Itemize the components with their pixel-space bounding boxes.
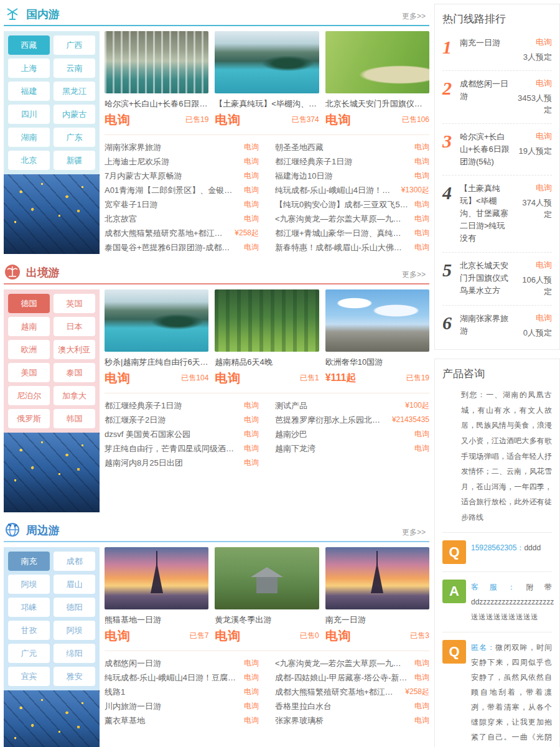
tour-link[interactable]: 上海迪士尼欢乐游 <box>105 154 238 169</box>
city-tab[interactable]: 雅安 <box>54 667 95 686</box>
tour-link-row[interactable]: 湖南张家界旅游电询 <box>105 140 259 154</box>
city-tab[interactable]: 邛崃 <box>8 598 50 617</box>
city-tab[interactable]: 广元 <box>8 644 50 663</box>
product-card[interactable]: 秒杀|越南芽庄纯自由行6天5晚，... 电询已售104 <box>105 289 208 387</box>
region-tab-active[interactable]: 西藏 <box>8 35 50 55</box>
tour-link[interactable]: 福建海边10日游 <box>275 169 408 183</box>
rank-route-title[interactable]: 成都悠闲一日游 <box>460 78 515 116</box>
tour-link[interactable]: 都江堰经典亲子1日游 <box>105 398 238 413</box>
consult-question[interactable]: Q 匿名：微闭双眸，时间安静下来，四周似乎也安静了，虽然风依然自顾自地刮着，带着… <box>442 632 552 747</box>
tour-link[interactable]: 成都大熊猫繁殖研究基地+都江堰纯玩1日游√三... <box>275 685 399 699</box>
tour-link-row[interactable]: 芽庄纯自由行，芒青四星或同级酒店，往返直飞...电询 <box>105 441 259 456</box>
tour-link[interactable]: <九寨沟黄龙—若尔盖大草原—九曲花湖>尊享... <box>275 212 408 226</box>
rank-item[interactable]: 2 成都悠闲一日游 电询3453人预定 <box>442 71 552 124</box>
tour-link-row[interactable]: 芭提雅罗摩衍那水上乐园北京故宫¥21435435 <box>275 413 429 427</box>
region-tab[interactable]: 云南 <box>54 59 95 78</box>
promo-photo[interactable] <box>4 690 100 747</box>
country-tab[interactable]: 加拿大 <box>54 386 95 405</box>
tour-link[interactable]: 成都悠闲一日游 <box>105 656 238 670</box>
region-tab[interactable]: 广西 <box>54 35 95 55</box>
tour-link-row[interactable]: 上海迪士尼欢乐游电询 <box>105 154 259 169</box>
rank-item[interactable]: 5 北京长城天安门升国旗仪式鸟巢水立方 电询106人预定 <box>442 253 552 306</box>
tour-link[interactable]: 都江堰经典亲子1日游 <box>275 154 408 169</box>
region-tab[interactable]: 新疆 <box>54 151 95 170</box>
tour-link-row[interactable]: 张家界玻璃桥电询 <box>275 713 429 728</box>
product-title[interactable]: 【土豪真纯玩】<毕棚沟、甘堡... <box>215 98 319 110</box>
tour-link[interactable]: 芽庄纯自由行，芒青四星或同级酒店，往返直飞... <box>105 441 238 456</box>
tour-link[interactable]: 纯玩成都-乐山-峨嵋山4日游！豆腐宴+峨眉山土... <box>105 670 238 685</box>
consult-user[interactable]: 15928562305： <box>471 543 524 552</box>
tour-link[interactable]: 都江堰+青城山豪华一日游、真纯玩0购物0自费... <box>275 226 408 240</box>
tour-link-row[interactable]: 朝圣圣地西藏电询 <box>275 140 429 154</box>
tour-link[interactable]: 越南沙巴 <box>275 427 408 441</box>
tour-link-row[interactable]: 7月内蒙古大草原畅游电询 <box>105 169 259 183</box>
inquiry-link[interactable]: 电询 <box>536 37 552 48</box>
city-tab[interactable]: 甘孜 <box>8 621 50 640</box>
rank-route-title[interactable]: 【土豪真纯玩】<毕棚沟、甘堡藏寨二日游>纯玩没有 <box>460 182 515 245</box>
tour-link[interactable]: 越南下龙湾 <box>275 441 408 456</box>
tour-link-row[interactable]: 成都大熊猫繁殖研究基地+都江堰纯玩1日游√三...¥258起 <box>275 685 429 699</box>
promo-photo[interactable] <box>4 174 100 254</box>
country-tab[interactable]: 韩国 <box>54 409 95 428</box>
region-tab[interactable]: 黑龙江 <box>54 82 95 101</box>
product-title[interactable]: 哈尔滨+长白山+长春6日跟团游(... <box>105 98 208 110</box>
rank-item[interactable]: 3 哈尔滨+长白山+长春6日跟团游(5钻) 电询19人预定 <box>442 124 552 176</box>
rank-route-title[interactable]: 湖南张家界旅游 <box>460 312 515 339</box>
tour-link-row[interactable]: 薰衣草基地电询 <box>105 713 259 728</box>
product-card[interactable]: 欧洲奢华10国游 ¥111起已售19 <box>325 289 429 387</box>
tour-link[interactable]: 纯玩成都-乐山-峨嵋山4日游！豆腐宴+峨眉山土... <box>275 183 395 197</box>
inquiry-link[interactable]: 电询 <box>536 78 552 89</box>
tour-link[interactable]: A01青海湖【二郎剑景区】、金银滩、日月山、... <box>105 183 238 197</box>
inquiry-link[interactable]: 电询 <box>536 312 552 324</box>
country-tab[interactable]: 泰国 <box>54 363 95 382</box>
city-tab[interactable]: 阿坝 <box>54 621 95 640</box>
inquiry-link[interactable]: 电询 <box>536 182 552 194</box>
city-tab[interactable]: 绵阳 <box>54 644 95 663</box>
product-title[interactable]: 熊猫基地一日游 <box>105 614 208 626</box>
rank-item[interactable]: 6 湖南张家界旅游 电询0人预定 <box>442 306 552 346</box>
tour-link-row[interactable]: 都江堰经典亲子1日游电询 <box>275 154 429 169</box>
tour-link[interactable]: 成都-四姑娘山-甲居藏寨-塔公寺-新都桥-泸定4... <box>275 670 408 685</box>
tour-link-row[interactable]: 福建海边10日游电询 <box>275 169 429 183</box>
tour-link[interactable]: 川内旅游一日游 <box>105 699 238 713</box>
tour-link-row[interactable]: <九寨沟黄龙—若尔盖大草原—九曲花湖>尊享...电询 <box>275 212 429 226</box>
country-tab[interactable]: 欧洲 <box>8 340 50 359</box>
more-link[interactable]: 更多>> <box>402 11 426 22</box>
city-tab[interactable]: 眉山 <box>54 575 95 594</box>
region-tab[interactable]: 内蒙古 <box>54 105 95 124</box>
tour-link-row[interactable]: 北京故宫电询 <box>105 212 259 226</box>
city-tab-active[interactable]: 南充 <box>8 552 50 571</box>
product-title[interactable]: 欧洲奢华10国游 <box>325 357 429 368</box>
product-card[interactable]: 越南精品6天4晚 电询已售1 <box>215 289 319 387</box>
tour-link-row[interactable]: 宽窄巷子1日游电询 <box>105 197 259 212</box>
tour-link[interactable]: 测试产品 <box>275 398 399 413</box>
product-card[interactable]: 北京长城天安门升国旗仪式鸟巢... 电询已售106 <box>325 31 429 128</box>
country-tab[interactable]: 日本 <box>54 317 95 336</box>
tour-link[interactable]: 张家界玻璃桥 <box>275 713 408 728</box>
inquiry-link[interactable]: 电询 <box>536 260 552 271</box>
tour-link-row[interactable]: 泰国曼谷+芭提雅6日跟团游-成都直飞 0自费 探...电询 <box>105 240 259 255</box>
rank-route-title[interactable]: 南充一日游 <box>460 37 515 63</box>
tour-link-row[interactable]: 越南沙巴电询 <box>275 427 429 441</box>
tour-link[interactable]: 新春特惠！成都-峨眉山-乐山大佛纯净2日游，全... <box>275 240 408 255</box>
region-tab[interactable]: 北京 <box>8 151 50 170</box>
more-link[interactable]: 更多>> <box>402 270 426 280</box>
tour-link-row[interactable]: dzsvf 美国黄石国家公园电询 <box>105 427 259 441</box>
tour-link-row[interactable]: 香格里拉白水台电询 <box>275 699 429 713</box>
product-title[interactable]: 秒杀|越南芽庄纯自由行6天5晚，... <box>105 357 208 368</box>
tour-link-row[interactable]: 越南河内8月25日出团电询 <box>105 456 259 470</box>
country-tab[interactable]: 美国 <box>8 363 50 382</box>
tour-link-row[interactable]: 测试产品¥100起 <box>275 398 429 413</box>
region-tab[interactable]: 上海 <box>8 59 50 78</box>
tour-link-row[interactable]: 纯玩成都-乐山-峨嵋山4日游！豆腐宴+峨眉山土...电询 <box>105 670 259 685</box>
consult-answer[interactable]: A 客服：附带ddzzzzzzzzzzzzzzzzzzzz送送送送送送送送送 <box>442 571 552 632</box>
inquiry-link[interactable]: 电询 <box>536 131 552 142</box>
country-tab[interactable]: 澳大利亚 <box>54 340 95 359</box>
country-tab[interactable]: 俄罗斯 <box>8 409 50 428</box>
country-tab-active[interactable]: 德国 <box>8 294 50 313</box>
city-tab[interactable]: 德阳 <box>54 598 95 617</box>
product-card[interactable]: 【土豪真纯玩】<毕棚沟、甘堡... 电询已售374 <box>215 31 319 128</box>
city-tab[interactable]: 宜宾 <box>8 667 50 686</box>
tour-link-row[interactable]: 线路1电询 <box>105 685 259 699</box>
product-title[interactable]: 黄龙溪冬季出游 <box>215 614 319 626</box>
